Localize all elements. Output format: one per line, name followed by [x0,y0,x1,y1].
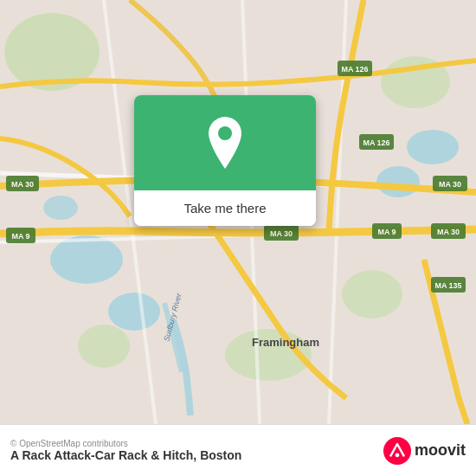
bottom-left-info: © OpenStreetMap contributors A Rack Atta… [10,439,241,462]
location-pin-icon [204,117,246,169]
svg-text:Framingham: Framingham [252,336,319,349]
svg-text:MA 126: MA 126 [341,65,368,74]
svg-point-37 [383,437,411,465]
svg-point-36 [218,126,232,140]
svg-text:MA 135: MA 135 [434,281,461,290]
map-container: MA 30 MA 9 MA 126 MA 126 MA 30 MA 30 MA … [0,0,476,424]
svg-text:MA 30: MA 30 [439,180,461,189]
svg-text:MA 126: MA 126 [363,138,389,147]
svg-text:MA 9: MA 9 [377,228,396,236]
popup-card: Take me there [134,95,316,226]
moovit-icon [383,437,411,465]
svg-point-5 [78,325,130,368]
svg-point-3 [342,270,402,318]
svg-point-8 [376,166,420,197]
svg-text:MA 9: MA 9 [11,232,29,241]
svg-text:MA 30: MA 30 [11,180,34,189]
svg-text:MA 30: MA 30 [270,229,293,238]
svg-text:MA 30: MA 30 [437,228,460,236]
osm-attribution: © OpenStreetMap contributors [10,439,241,448]
moovit-logo: moovit [383,437,466,465]
take-me-there-button[interactable]: Take me there [134,190,316,226]
moovit-label: moovit [415,441,466,460]
place-name: A Rack Attack-Car Rack & Hitch, Boston [10,448,241,462]
svg-point-7 [108,293,160,331]
svg-point-6 [50,235,123,284]
svg-point-10 [43,196,78,220]
svg-point-38 [396,453,400,457]
popup-green-area [134,95,316,190]
bottom-bar: © OpenStreetMap contributors A Rack Atta… [0,424,476,476]
svg-point-9 [407,130,459,164]
